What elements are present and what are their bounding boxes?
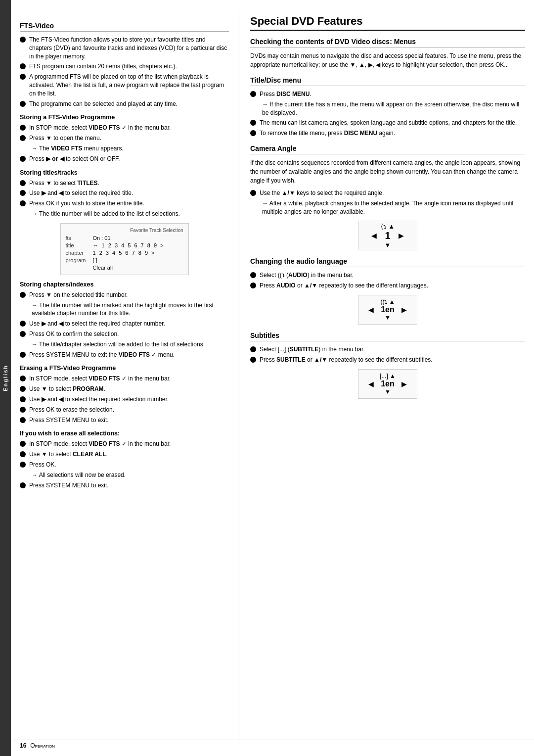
list-item: The programme can be selected and played… (20, 100, 229, 108)
list-item: → The title/chapter selection will be ad… (20, 340, 229, 349)
bullet-icon (20, 376, 26, 381)
right-column: Special DVD Features Checking the conten… (238, 10, 534, 746)
camera-icon-bottom: ▼ (385, 241, 391, 249)
bullet-icon (250, 91, 256, 97)
list-item: → All selections will now be erased. (20, 471, 229, 479)
fts-image-box: Favorite Track Selection fts On : 01 tit… (60, 223, 189, 275)
footer-label: Operation (30, 742, 55, 749)
list-item: Use ▶ and ◀ to select the required title… (20, 189, 229, 197)
list-item: → The title number will be marked and th… (20, 301, 229, 318)
bullet-icon (250, 346, 256, 352)
list-item: Press SYSTEM MENU to exit. (20, 481, 229, 490)
checking-dvd-body: DVDs may contain menus to navigate the d… (250, 51, 525, 69)
bullet-icon (250, 130, 256, 136)
camera-angle-diagram: ⟨ɿ ▲ ◀ 1 ▶ ▼ (358, 221, 417, 250)
fts-title-label: title (66, 242, 93, 248)
fts-intro-list: The FTS-Video function allows you to sto… (20, 36, 229, 108)
bullet-icon (20, 156, 26, 162)
list-item: → The VIDEO FTS menu appears. (20, 144, 229, 153)
camera-diagram-row: ◀ 1 ▶ (371, 230, 403, 241)
bullet-icon (20, 190, 26, 196)
bullet-icon (20, 135, 26, 141)
footer: 16 Operation (11, 740, 534, 751)
list-item: In STOP mode, select VIDEO FTS ✓ in the … (20, 375, 229, 383)
subtitle-diagram: [...] ▲ ◀ 1en ▶ ▼ (358, 369, 417, 399)
subtitles-list: Select [...] (SUBTITLE) in the menu bar.… (250, 345, 525, 364)
list-item: Use ▼ to select PROGRAM. (20, 385, 229, 393)
audio-arrow-left: ◀ (368, 306, 374, 314)
bullet-icon (20, 37, 26, 43)
bullet-icon (20, 101, 26, 107)
list-item: → If the current title has a menu, the m… (250, 100, 525, 117)
erase-all-list: In STOP mode, select VIDEO FTS ✓ in the … (20, 440, 229, 489)
storing-chapters-title: Storing chapters/indexes (20, 281, 229, 288)
fts-row-title: title ↔ 1 2 3 4 5 6 7 8 9 > (66, 242, 183, 248)
bullet-icon (250, 357, 256, 363)
fts-title-numbers: ↔ 1 2 3 4 5 6 7 8 9 > (93, 242, 165, 248)
audio-row: ◀ 1en ▶ (368, 305, 407, 314)
list-item: Press ▼ on the selected title number. (20, 291, 229, 299)
camera-angle-list: Use the ▲/▼ keys to select the required … (250, 189, 525, 216)
list-item: Use ▶ and ◀ to select the required chapt… (20, 320, 229, 328)
subtitle-diagram-inner: [...] ▲ ◀ 1en ▶ ▼ (368, 373, 407, 395)
subtitle-row: ◀ 1en ▶ (368, 379, 407, 388)
bullet-icon (20, 462, 26, 468)
bullet-icon (20, 180, 26, 186)
erase-all-title: If you wish to erase all selections: (20, 430, 229, 437)
fts-chapter-numbers: 1 2 3 4 5 6 7 8 9 > (93, 250, 156, 256)
sidebar-label: English (2, 365, 8, 391)
storing-titles-list: Press ▼ to select TITLES. Use ▶ and ◀ to… (20, 179, 229, 218)
audio-arrow-right: ▶ (401, 306, 407, 314)
list-item: Press AUDIO or ▲/▼ repeatedly to see the… (250, 282, 525, 290)
fts-video-title: FTS-Video (20, 22, 229, 32)
storing-programme-title: Storing a FTS-Video Programme (20, 114, 229, 121)
camera-number: 1 (385, 230, 390, 241)
bullet-icon (20, 331, 26, 337)
fts-label: fts (66, 235, 93, 241)
bullet-icon (20, 451, 26, 457)
footer-page-number: 16 (20, 742, 26, 749)
list-item: Press DISC MENU. (250, 90, 525, 98)
list-item: Select ((ɿ (AUDIO) in the menu bar. (250, 271, 525, 280)
subtitle-lang: 1en (381, 379, 395, 388)
list-item: Press OK to confirm the selection. (20, 330, 229, 338)
list-item: → After a while, playback changes to the… (250, 199, 525, 216)
list-item: Select [...] (SUBTITLE) in the menu bar. (250, 345, 525, 354)
camera-arrow-right: ▶ (399, 232, 404, 239)
fts-row-fts: fts On : 01 (66, 235, 183, 241)
audio-language-list: Select ((ɿ (AUDIO) in the menu bar. Pres… (250, 271, 525, 290)
list-item: In STOP mode, select VIDEO FTS ✓ in the … (20, 440, 229, 448)
subtitle-arrow-right: ▶ (401, 380, 407, 388)
camera-angle-body: If the disc contains sequences recorded … (250, 158, 525, 185)
list-item: Press SYSTEM MENU to exit the VIDEO FTS … (20, 351, 229, 359)
fts-clearall: Clear all (93, 265, 183, 271)
fts-row-program: program [ ] (66, 257, 183, 263)
audio-bottom-icon: ▼ (385, 314, 391, 321)
fts-row-chapter: chapter 1 2 3 4 5 6 7 8 9 > (66, 250, 183, 256)
bullet-icon (20, 292, 26, 298)
erasing-programme-list: In STOP mode, select VIDEO FTS ✓ in the … (20, 375, 229, 424)
bullet-icon (20, 125, 26, 131)
bullet-icon (20, 321, 26, 327)
storing-titles-title: Storing titles/tracks (20, 169, 229, 176)
list-item: The FTS-Video function allows you to sto… (20, 36, 229, 60)
list-item: Press ▼ to open the menu. (20, 134, 229, 142)
title-disc-menu-title: Title/Disc menu (250, 76, 525, 86)
bullet-icon (20, 441, 26, 447)
bullet-icon (20, 352, 26, 358)
bullet-icon (20, 386, 26, 392)
storing-programme-list: In STOP mode, select VIDEO FTS ✓ in the … (20, 124, 229, 163)
main-title: Special DVD Features (250, 15, 525, 31)
list-item: → The title number will be added to the … (20, 210, 229, 218)
camera-arrow-left: ◀ (371, 232, 377, 239)
list-item: Press ▼ to select TITLES. (20, 179, 229, 188)
sidebar-language: English (0, 0, 11, 756)
list-item: Use ▶ and ◀ to select the required selec… (20, 395, 229, 404)
audio-lang: 1en (381, 305, 395, 314)
list-item: FTS program can contain 20 items (titles… (20, 62, 229, 71)
title-disc-menu-list: Press DISC MENU. → If the current title … (250, 90, 525, 138)
list-item: To remove the title menu, press DISC MEN… (250, 129, 525, 138)
list-item: Press OK if you wish to store the entire… (20, 199, 229, 208)
bullet-icon (20, 417, 26, 423)
list-item: Use ▼ to select CLEAR ALL. (20, 450, 229, 459)
